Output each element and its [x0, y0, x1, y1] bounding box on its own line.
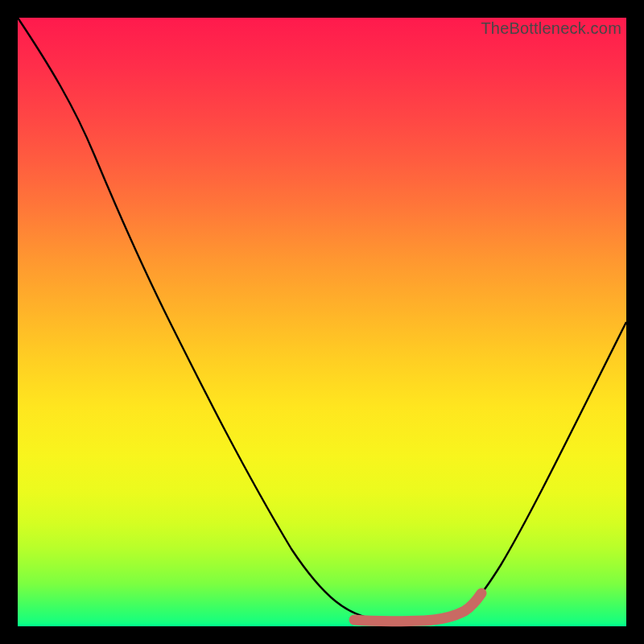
chart-container: TheBottleneck.com	[0, 0, 644, 644]
optimal-range-highlight	[354, 593, 481, 621]
chart-svg	[18, 18, 626, 626]
bottleneck-curve	[18, 18, 626, 621]
plot-area: TheBottleneck.com	[18, 18, 626, 626]
